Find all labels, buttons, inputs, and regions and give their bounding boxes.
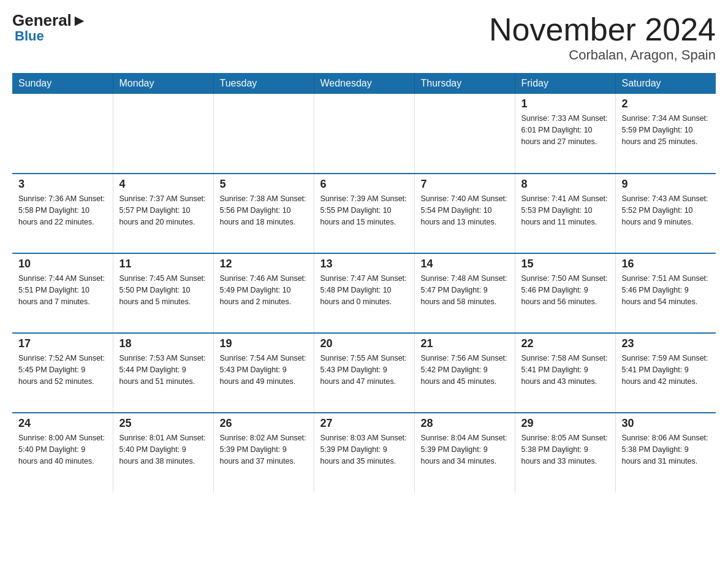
col-friday: Friday bbox=[515, 73, 615, 94]
title-block: November 2024 Corbalan, Aragon, Spain bbox=[489, 12, 716, 63]
day-number: 23 bbox=[622, 337, 710, 350]
col-thursday: Thursday bbox=[414, 73, 515, 94]
day-info: Sunrise: 8:06 AM Sunset: 5:38 PM Dayligh… bbox=[622, 432, 710, 467]
calendar-day-cell: 23Sunrise: 7:59 AM Sunset: 5:41 PM Dayli… bbox=[615, 333, 716, 413]
calendar-day-cell: 12Sunrise: 7:46 AM Sunset: 5:49 PM Dayli… bbox=[213, 253, 314, 333]
calendar-day-cell: 20Sunrise: 7:55 AM Sunset: 5:43 PM Dayli… bbox=[314, 333, 414, 413]
day-info: Sunrise: 8:05 AM Sunset: 5:38 PM Dayligh… bbox=[521, 432, 609, 467]
calendar-day-cell: 8Sunrise: 7:41 AM Sunset: 5:53 PM Daylig… bbox=[515, 174, 615, 253]
day-info: Sunrise: 8:04 AM Sunset: 5:39 PM Dayligh… bbox=[421, 432, 509, 467]
calendar-day-cell: 7Sunrise: 7:40 AM Sunset: 5:54 PM Daylig… bbox=[414, 174, 515, 253]
calendar-title: November 2024 bbox=[489, 12, 716, 47]
day-number: 13 bbox=[320, 258, 408, 270]
col-tuesday: Tuesday bbox=[213, 73, 314, 94]
calendar-day-cell: 26Sunrise: 8:02 AM Sunset: 5:39 PM Dayli… bbox=[213, 413, 314, 492]
logo-general-text: General► bbox=[12, 12, 88, 28]
day-number: 18 bbox=[119, 337, 207, 350]
calendar-day-cell: 3Sunrise: 7:36 AM Sunset: 5:58 PM Daylig… bbox=[12, 174, 113, 253]
day-number: 27 bbox=[320, 417, 408, 430]
calendar-day-cell: 28Sunrise: 8:04 AM Sunset: 5:39 PM Dayli… bbox=[414, 413, 515, 492]
day-number: 11 bbox=[119, 258, 207, 270]
day-number: 1 bbox=[521, 98, 609, 110]
calendar-day-cell: 13Sunrise: 7:47 AM Sunset: 5:48 PM Dayli… bbox=[314, 253, 414, 333]
col-saturday: Saturday bbox=[615, 73, 716, 94]
day-number: 26 bbox=[220, 417, 308, 430]
day-info: Sunrise: 7:48 AM Sunset: 5:47 PM Dayligh… bbox=[421, 273, 509, 307]
day-number: 24 bbox=[18, 417, 107, 430]
day-number: 5 bbox=[220, 178, 308, 191]
calendar-day-cell bbox=[12, 94, 113, 174]
page-header: General► Blue November 2024 Corbalan, Ar… bbox=[12, 12, 716, 63]
day-number: 19 bbox=[220, 337, 308, 350]
day-info: Sunrise: 7:50 AM Sunset: 5:46 PM Dayligh… bbox=[521, 273, 609, 307]
day-info: Sunrise: 7:47 AM Sunset: 5:48 PM Dayligh… bbox=[320, 273, 408, 307]
calendar-day-cell: 19Sunrise: 7:54 AM Sunset: 5:43 PM Dayli… bbox=[213, 333, 314, 413]
day-info: Sunrise: 7:38 AM Sunset: 5:56 PM Dayligh… bbox=[220, 193, 308, 228]
calendar-day-cell: 29Sunrise: 8:05 AM Sunset: 5:38 PM Dayli… bbox=[515, 413, 615, 492]
day-info: Sunrise: 7:34 AM Sunset: 5:59 PM Dayligh… bbox=[622, 113, 710, 147]
calendar-week-row: 3Sunrise: 7:36 AM Sunset: 5:58 PM Daylig… bbox=[12, 174, 716, 253]
day-number: 14 bbox=[421, 258, 509, 270]
calendar-day-cell: 24Sunrise: 8:00 AM Sunset: 5:40 PM Dayli… bbox=[12, 413, 113, 492]
calendar-day-cell: 10Sunrise: 7:44 AM Sunset: 5:51 PM Dayli… bbox=[12, 253, 113, 333]
day-number: 17 bbox=[18, 337, 107, 350]
day-info: Sunrise: 7:39 AM Sunset: 5:55 PM Dayligh… bbox=[320, 193, 408, 228]
day-info: Sunrise: 8:00 AM Sunset: 5:40 PM Dayligh… bbox=[18, 432, 107, 467]
day-info: Sunrise: 7:56 AM Sunset: 5:42 PM Dayligh… bbox=[421, 353, 509, 387]
logo-blue-text: Blue bbox=[15, 28, 44, 44]
day-number: 16 bbox=[622, 258, 710, 270]
day-info: Sunrise: 7:58 AM Sunset: 5:41 PM Dayligh… bbox=[521, 353, 609, 387]
day-number: 2 bbox=[622, 98, 710, 110]
day-number: 29 bbox=[521, 417, 609, 430]
calendar-day-cell: 14Sunrise: 7:48 AM Sunset: 5:47 PM Dayli… bbox=[414, 253, 515, 333]
day-info: Sunrise: 7:46 AM Sunset: 5:49 PM Dayligh… bbox=[220, 273, 308, 307]
calendar-day-cell: 9Sunrise: 7:43 AM Sunset: 5:52 PM Daylig… bbox=[615, 174, 716, 253]
calendar-header-row: Sunday Monday Tuesday Wednesday Thursday… bbox=[12, 73, 716, 94]
day-number: 25 bbox=[119, 417, 207, 430]
day-info: Sunrise: 7:54 AM Sunset: 5:43 PM Dayligh… bbox=[220, 353, 308, 387]
calendar-day-cell: 25Sunrise: 8:01 AM Sunset: 5:40 PM Dayli… bbox=[113, 413, 213, 492]
calendar-day-cell bbox=[113, 94, 213, 174]
col-monday: Monday bbox=[113, 73, 213, 94]
calendar-table: Sunday Monday Tuesday Wednesday Thursday… bbox=[12, 73, 716, 492]
day-info: Sunrise: 7:52 AM Sunset: 5:45 PM Dayligh… bbox=[18, 353, 107, 387]
calendar-day-cell bbox=[213, 94, 314, 174]
day-info: Sunrise: 7:36 AM Sunset: 5:58 PM Dayligh… bbox=[18, 193, 107, 228]
day-info: Sunrise: 7:37 AM Sunset: 5:57 PM Dayligh… bbox=[119, 193, 207, 228]
calendar-day-cell: 1Sunrise: 7:33 AM Sunset: 6:01 PM Daylig… bbox=[515, 94, 615, 174]
calendar-day-cell: 17Sunrise: 7:52 AM Sunset: 5:45 PM Dayli… bbox=[12, 333, 113, 413]
day-info: Sunrise: 7:55 AM Sunset: 5:43 PM Dayligh… bbox=[320, 353, 408, 387]
calendar-day-cell: 4Sunrise: 7:37 AM Sunset: 5:57 PM Daylig… bbox=[113, 174, 213, 253]
calendar-day-cell: 5Sunrise: 7:38 AM Sunset: 5:56 PM Daylig… bbox=[213, 174, 314, 253]
day-info: Sunrise: 7:53 AM Sunset: 5:44 PM Dayligh… bbox=[119, 353, 207, 387]
calendar-day-cell bbox=[314, 94, 414, 174]
col-wednesday: Wednesday bbox=[314, 73, 414, 94]
day-info: Sunrise: 7:44 AM Sunset: 5:51 PM Dayligh… bbox=[18, 273, 107, 307]
calendar-day-cell: 15Sunrise: 7:50 AM Sunset: 5:46 PM Dayli… bbox=[515, 253, 615, 333]
calendar-day-cell: 2Sunrise: 7:34 AM Sunset: 5:59 PM Daylig… bbox=[615, 94, 716, 174]
calendar-day-cell bbox=[414, 94, 515, 174]
calendar-day-cell: 6Sunrise: 7:39 AM Sunset: 5:55 PM Daylig… bbox=[314, 174, 414, 253]
day-number: 8 bbox=[521, 178, 609, 191]
calendar-week-row: 24Sunrise: 8:00 AM Sunset: 5:40 PM Dayli… bbox=[12, 413, 716, 492]
day-number: 10 bbox=[18, 258, 107, 270]
calendar-day-cell: 22Sunrise: 7:58 AM Sunset: 5:41 PM Dayli… bbox=[515, 333, 615, 413]
day-number: 6 bbox=[320, 178, 408, 191]
day-info: Sunrise: 7:59 AM Sunset: 5:41 PM Dayligh… bbox=[622, 353, 710, 387]
day-number: 21 bbox=[421, 337, 509, 350]
day-number: 20 bbox=[320, 337, 408, 350]
day-info: Sunrise: 7:41 AM Sunset: 5:53 PM Dayligh… bbox=[521, 193, 609, 228]
calendar-day-cell: 16Sunrise: 7:51 AM Sunset: 5:46 PM Dayli… bbox=[615, 253, 716, 333]
day-number: 15 bbox=[521, 258, 609, 270]
calendar-day-cell: 11Sunrise: 7:45 AM Sunset: 5:50 PM Dayli… bbox=[113, 253, 213, 333]
day-number: 22 bbox=[521, 337, 609, 350]
day-info: Sunrise: 7:43 AM Sunset: 5:52 PM Dayligh… bbox=[622, 193, 710, 228]
calendar-week-row: 10Sunrise: 7:44 AM Sunset: 5:51 PM Dayli… bbox=[12, 253, 716, 333]
day-number: 12 bbox=[220, 258, 308, 270]
day-info: Sunrise: 7:51 AM Sunset: 5:46 PM Dayligh… bbox=[622, 273, 710, 307]
calendar-day-cell: 30Sunrise: 8:06 AM Sunset: 5:38 PM Dayli… bbox=[615, 413, 716, 492]
day-number: 7 bbox=[421, 178, 509, 191]
day-number: 3 bbox=[18, 178, 107, 191]
day-number: 30 bbox=[622, 417, 710, 430]
logo: General► Blue bbox=[12, 12, 88, 44]
